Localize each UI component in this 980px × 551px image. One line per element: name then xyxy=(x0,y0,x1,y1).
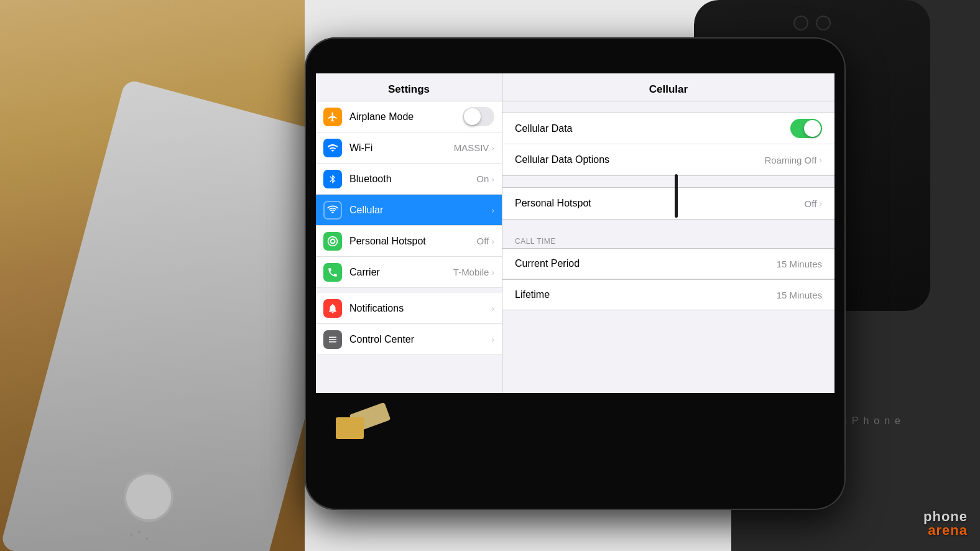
iphone-screen: Settings Airplane Mode xyxy=(316,73,834,393)
carrier-label: Carrier xyxy=(349,267,453,278)
cellular-hotspot-row[interactable]: Personal Hotspot Off › xyxy=(502,188,834,219)
notifications-label: Notifications xyxy=(349,303,491,314)
wifi-icon xyxy=(323,139,342,157)
watermark: phone arena xyxy=(923,509,968,539)
cellular-header: Cellular xyxy=(502,73,834,101)
cellular-data-options-row[interactable]: Cellular Data Options Roaming Off › xyxy=(502,144,834,175)
settings-item-notifications[interactable]: Notifications › xyxy=(316,293,502,324)
iphone-brand-label: iPhone xyxy=(844,415,905,427)
settings-item-airplane[interactable]: Airplane Mode xyxy=(316,101,502,132)
control-center-icon xyxy=(323,330,342,349)
bluetooth-label: Bluetooth xyxy=(349,174,476,185)
cellular-title: Cellular xyxy=(649,83,688,95)
cellular-data-row[interactable]: Cellular Data xyxy=(502,113,834,144)
control-center-chevron: › xyxy=(491,335,494,345)
cellular-icon xyxy=(323,201,342,220)
cellular-hotspot-section: Personal Hotspot Off › xyxy=(502,187,834,220)
carrier-value: T-Mobile xyxy=(453,267,489,277)
bluetooth-chevron: › xyxy=(491,174,494,184)
iphone-side-button xyxy=(675,174,678,218)
sim-card xyxy=(336,417,364,439)
watermark-line2: arena xyxy=(928,522,968,539)
current-period-value: 15 Minutes xyxy=(777,259,822,269)
cellular-data-label: Cellular Data xyxy=(515,123,790,134)
cellular-data-options-chevron: › xyxy=(819,155,822,165)
wifi-label: Wi-Fi xyxy=(349,142,454,154)
call-time-header: CALL TIME xyxy=(502,232,834,248)
lifetime-label: Lifetime xyxy=(515,289,777,300)
current-period-label: Current Period xyxy=(515,258,777,269)
cellular-hotspot-chevron: › xyxy=(819,198,822,208)
settings-divider xyxy=(316,288,502,293)
cellular-data-section: Cellular Data Cellular Data Options Roam… xyxy=(502,113,834,176)
cellular-hotspot-label: Personal Hotspot xyxy=(515,198,805,209)
hotspot-chevron: › xyxy=(491,236,494,246)
airplane-toggle[interactable] xyxy=(463,107,494,126)
notifications-chevron: › xyxy=(491,303,494,313)
hotspot-icon xyxy=(323,232,342,251)
airplane-icon xyxy=(323,108,342,126)
call-time-lifetime-row: Lifetime 15 Minutes xyxy=(502,279,834,310)
settings-list: Airplane Mode Wi-Fi MASSIV › xyxy=(316,101,502,393)
call-time-current-row: Current Period 15 Minutes xyxy=(502,248,834,279)
bluetooth-value: On xyxy=(476,174,489,184)
bluetooth-icon xyxy=(323,170,342,188)
wifi-value: MASSIV xyxy=(454,142,489,153)
cellular-data-toggle[interactable] xyxy=(790,119,822,138)
settings-item-personal-hotspot[interactable]: Personal Hotspot Off › xyxy=(316,226,502,257)
carrier-chevron: › xyxy=(491,267,494,277)
settings-item-cellular[interactable]: Cellular › xyxy=(316,195,502,226)
hotspot-label: Personal Hotspot xyxy=(349,236,477,247)
cellular-label: Cellular xyxy=(349,205,491,216)
call-time-section: CALL TIME Current Period 15 Minutes Life… xyxy=(502,232,834,310)
airplane-toggle-knob xyxy=(464,108,481,125)
cellular-data-options-label: Cellular Data Options xyxy=(515,154,764,165)
carrier-icon xyxy=(323,263,342,282)
cellular-panel: Cellular Cellular Data Cellular Data Opt… xyxy=(502,73,834,393)
cellular-chevron: › xyxy=(491,205,494,215)
settings-item-bluetooth[interactable]: Bluetooth On › xyxy=(316,164,502,195)
settings-item-control-center[interactable]: Control Center › xyxy=(316,324,502,355)
settings-panel: Settings Airplane Mode xyxy=(316,73,502,393)
notifications-icon xyxy=(323,299,342,318)
cellular-data-toggle-knob xyxy=(804,120,821,137)
airplane-label: Airplane Mode xyxy=(349,111,463,123)
control-center-label: Control Center xyxy=(349,334,491,345)
cellular-hotspot-value: Off xyxy=(805,198,817,209)
lifetime-value: 15 Minutes xyxy=(777,290,822,300)
hotspot-value: Off xyxy=(477,236,489,246)
settings-title: Settings xyxy=(388,83,430,95)
cellular-data-options-value: Roaming Off xyxy=(764,155,816,165)
settings-header: Settings xyxy=(316,73,502,101)
settings-item-wifi[interactable]: Wi-Fi MASSIV › xyxy=(316,132,502,164)
settings-item-carrier[interactable]: Carrier T-Mobile › xyxy=(316,257,502,288)
wifi-chevron: › xyxy=(491,143,494,153)
